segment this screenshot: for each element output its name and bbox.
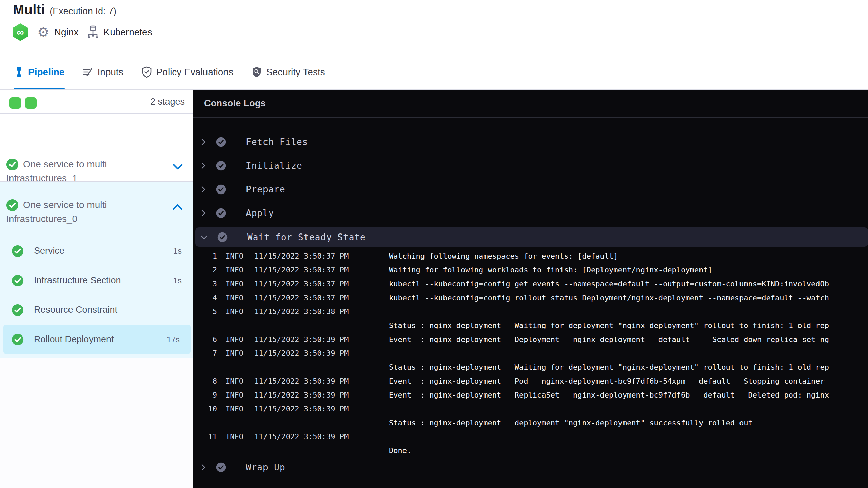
service-name: Nginx — [54, 27, 79, 38]
console-step[interactable]: Prepare — [193, 178, 868, 201]
log-line: 4 INFO 11/15/2022 3:50:37 PM kubectl --k… — [193, 291, 868, 305]
gear-icon: ⚙ — [37, 25, 50, 39]
security-shield-icon — [252, 66, 262, 78]
sidebar-step[interactable]: Rollout Deployment 17s — [3, 325, 191, 354]
log-timestamp: 11/15/2022 3:50:39 PM — [254, 405, 349, 413]
service-entity[interactable]: ⚙ Nginx — [37, 25, 78, 39]
tab-security-tests[interactable]: Security Tests — [251, 54, 326, 90]
log-line-number: 1 — [193, 252, 217, 260]
sidebar-step[interactable]: Resource Constraint — [0, 295, 193, 325]
chevron-up-icon[interactable] — [172, 203, 184, 211]
stage-title: One service to multi Infrastructures_0 — [6, 198, 165, 226]
log-level: INFO — [225, 280, 243, 288]
stage-status-square — [9, 97, 21, 109]
log-line: 10 INFO 11/15/2022 3:50:39 PM — [193, 402, 868, 416]
sidebar-step[interactable]: Service 1s — [0, 236, 193, 266]
log-timestamp: 11/15/2022 3:50:37 PM — [254, 252, 349, 260]
sidebar-step-label: Service — [34, 246, 64, 256]
log-message: Event : nginx-deployment Deployment ngin… — [389, 335, 868, 344]
console-logs-panel: Console Logs Fetch Files Initialize Prep… — [193, 90, 868, 488]
step-success-icon — [217, 232, 228, 242]
tab-label: Inputs — [97, 67, 123, 78]
tab-inputs[interactable]: Inputs — [82, 54, 124, 90]
success-check-icon — [12, 304, 24, 316]
console-step-label: Wait for Steady State — [247, 232, 366, 242]
inputs-icon — [83, 67, 93, 77]
stage-group-infrastructures-1[interactable]: One service to multi Infrastructures_1 — [0, 114, 193, 182]
stage-group-infrastructures-0[interactable]: One service to multi Infrastructures_0 S… — [0, 182, 193, 358]
log-line-number: 10 — [193, 405, 217, 413]
log-level: INFO — [225, 307, 243, 316]
log-timestamp: 11/15/2022 3:50:38 PM — [254, 307, 349, 316]
sidebar-step-label: Rollout Deployment — [34, 334, 114, 345]
success-check-icon — [6, 158, 19, 171]
success-check-icon — [6, 199, 19, 211]
log-timestamp: 11/15/2022 3:50:37 PM — [254, 266, 349, 274]
tab-label: Pipeline — [28, 67, 64, 78]
log-level: INFO — [225, 252, 243, 260]
chevron-right-icon[interactable] — [200, 138, 207, 146]
log-level: INFO — [225, 335, 243, 344]
step-success-icon — [216, 462, 226, 472]
policy-shield-icon — [142, 66, 152, 78]
log-timestamp: 11/15/2022 3:50:39 PM — [254, 349, 349, 358]
sidebar-step-duration: 17s — [166, 335, 180, 344]
log-message: kubectl --kubeconfig=config get events -… — [389, 280, 868, 288]
chevron-right-icon[interactable] — [200, 185, 207, 194]
log-line: Status : nginx-deployment Waiting for de… — [193, 319, 868, 332]
log-line: 2 INFO 11/15/2022 3:50:37 PM Waiting for… — [193, 263, 868, 277]
stage-steps-list: Service 1s Infrastructure Section 1s Res… — [0, 236, 193, 354]
log-line-number: 4 — [193, 293, 217, 302]
log-message: Status : nginx-deployment Waiting for de… — [389, 363, 868, 371]
stages-summary: 2 stages — [0, 90, 193, 114]
log-line: 5 INFO 11/15/2022 3:50:38 PM — [193, 305, 868, 319]
log-level: INFO — [225, 266, 243, 274]
log-line-number: 3 — [193, 280, 217, 288]
log-line: 6 INFO 11/15/2022 3:50:39 PM Event : ngi… — [193, 332, 868, 346]
tab-pipeline[interactable]: Pipeline — [14, 54, 65, 90]
log-timestamp: 11/15/2022 3:50:39 PM — [254, 391, 349, 399]
console-step-wait-for-steady-state[interactable]: Wait for Steady State — [195, 227, 868, 247]
console-log-lines: 1 INFO 11/15/2022 3:50:37 PM Watching fo… — [193, 249, 868, 458]
log-line-number: 9 — [193, 391, 217, 399]
execution-tabbar: Pipeline Inputs Policy Evaluations — [0, 54, 868, 90]
infrastructure-entity[interactable]: Kubernetes — [87, 25, 152, 39]
tab-label: Security Tests — [266, 67, 325, 78]
console-step[interactable]: Initialize — [193, 154, 868, 178]
log-message: Event : nginx-deployment Pod nginx-deplo… — [389, 377, 868, 385]
log-timestamp: 11/15/2022 3:50:39 PM — [254, 432, 349, 441]
log-line: Status : nginx-deployment deployment "ng… — [193, 416, 868, 430]
chevron-right-icon[interactable] — [200, 209, 207, 217]
stage-title: One service to multi Infrastructures_1 — [6, 157, 165, 185]
chevron-down-icon[interactable] — [172, 163, 184, 171]
console-steps-before: Fetch Files Initialize Prepare Apply — [193, 130, 868, 225]
sidebar-step-label: Resource Constraint — [34, 305, 117, 315]
pipeline-icon — [14, 66, 24, 78]
success-check-icon — [12, 245, 24, 257]
log-level: INFO — [225, 432, 243, 441]
log-line: 8 INFO 11/15/2022 3:50:39 PM Event : ngi… — [193, 374, 868, 388]
step-success-icon — [216, 161, 226, 171]
console-step[interactable]: Apply — [193, 201, 868, 225]
chevron-right-icon[interactable] — [200, 463, 207, 471]
console-step[interactable]: Wrap Up — [193, 455, 868, 479]
log-line: 9 INFO 11/15/2022 3:50:39 PM Event : ngi… — [193, 388, 868, 402]
infrastructure-name: Kubernetes — [103, 27, 152, 38]
chevron-down-icon[interactable] — [200, 234, 208, 241]
log-line: 1 INFO 11/15/2022 3:50:37 PM Watching fo… — [193, 249, 868, 263]
kubernetes-icon — [87, 25, 99, 39]
console-logs-title: Console Logs — [204, 98, 266, 109]
chevron-right-icon[interactable] — [200, 162, 207, 170]
log-level: INFO — [225, 391, 243, 399]
stage-title-text: One service to multi Infrastructures_1 — [6, 159, 107, 183]
console-divider — [193, 117, 868, 118]
console-step[interactable]: Fetch Files — [193, 130, 868, 154]
console-step-label: Fetch Files — [246, 137, 308, 147]
sidebar-step[interactable]: Infrastructure Section 1s — [0, 266, 193, 295]
log-line-number: 6 — [193, 335, 217, 344]
log-line: 7 INFO 11/15/2022 3:50:39 PM — [193, 346, 868, 360]
tab-policy-evaluations[interactable]: Policy Evaluations — [141, 54, 234, 90]
log-message: Waiting for following workloads to finis… — [389, 266, 868, 274]
log-line-number: 8 — [193, 377, 217, 385]
log-timestamp: 11/15/2022 3:50:39 PM — [254, 377, 349, 385]
